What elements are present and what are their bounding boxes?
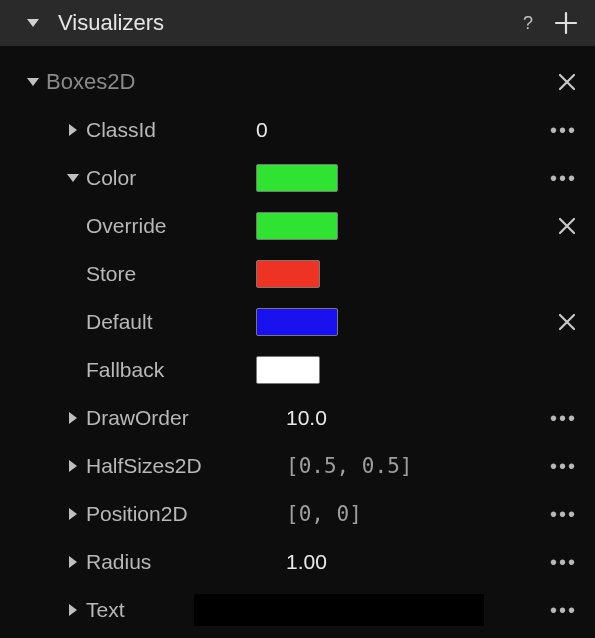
prop-row-color-store: Store: [0, 250, 595, 298]
prop-value-position[interactable]: [0, 0]: [286, 502, 362, 526]
prop-label-classid: ClassId: [86, 118, 156, 142]
more-classid[interactable]: •••: [550, 119, 577, 142]
property-tree: Boxes2D ClassId 0 ••• Color ••• Override: [0, 46, 595, 634]
remove-entity-button[interactable]: [557, 72, 577, 92]
prop-label-radius: Radius: [86, 550, 151, 574]
prop-row-draworder: DrawOrder 10.0 •••: [0, 394, 595, 442]
more-position[interactable]: •••: [550, 503, 577, 526]
prop-label-text: Text: [86, 598, 125, 622]
prop-row-radius: Radius 1.00 •••: [0, 538, 595, 586]
prop-label-store: Store: [86, 262, 136, 286]
prop-label-default: Default: [86, 310, 153, 334]
expand-text-arrow[interactable]: [60, 603, 86, 617]
entity-row-boxes2d: Boxes2D: [0, 58, 595, 106]
expand-halfsizes-arrow[interactable]: [60, 459, 86, 473]
prop-value-halfsizes[interactable]: [0.5, 0.5]: [286, 454, 412, 478]
prop-row-position: Position2D [0, 0] •••: [0, 490, 595, 538]
more-radius[interactable]: •••: [550, 551, 577, 574]
prop-row-classid: ClassId 0 •••: [0, 106, 595, 154]
more-text[interactable]: •••: [550, 599, 577, 622]
fallback-swatch[interactable]: [256, 356, 320, 384]
prop-row-color-fallback: Fallback: [0, 346, 595, 394]
prop-label-position: Position2D: [86, 502, 188, 526]
expand-radius-arrow[interactable]: [60, 555, 86, 569]
prop-row-text: Text •••: [0, 586, 595, 634]
prop-value-radius[interactable]: 1.00: [286, 550, 327, 574]
panel-header: Visualizers ?: [0, 0, 595, 46]
prop-label-fallback: Fallback: [86, 358, 164, 382]
color-swatch[interactable]: [256, 164, 338, 192]
store-swatch[interactable]: [256, 260, 320, 288]
collapse-entity-arrow[interactable]: [20, 77, 46, 87]
prop-label-draworder: DrawOrder: [86, 406, 189, 430]
remove-override-button[interactable]: [557, 216, 577, 236]
override-swatch[interactable]: [256, 212, 338, 240]
collapse-visualizers-arrow[interactable]: [20, 18, 46, 28]
more-halfsizes[interactable]: •••: [550, 455, 577, 478]
prop-value-classid[interactable]: 0: [256, 118, 268, 142]
expand-position-arrow[interactable]: [60, 507, 86, 521]
prop-row-color-override: Override: [0, 202, 595, 250]
prop-row-color-default: Default: [0, 298, 595, 346]
prop-row-halfsizes: HalfSizes2D [0.5, 0.5] •••: [0, 442, 595, 490]
collapse-color-arrow[interactable]: [60, 173, 86, 183]
expand-draworder-arrow[interactable]: [60, 411, 86, 425]
panel-title: Visualizers: [58, 10, 164, 36]
expand-classid-arrow[interactable]: [60, 123, 86, 137]
text-input[interactable]: [194, 594, 484, 626]
add-visualizer-button[interactable]: [553, 10, 579, 36]
remove-default-button[interactable]: [557, 312, 577, 332]
default-swatch[interactable]: [256, 308, 338, 336]
more-draworder[interactable]: •••: [550, 407, 577, 430]
help-button[interactable]: ?: [523, 13, 533, 34]
entity-name[interactable]: Boxes2D: [46, 69, 135, 95]
prop-row-color: Color •••: [0, 154, 595, 202]
prop-label-override: Override: [86, 214, 167, 238]
more-color[interactable]: •••: [550, 167, 577, 190]
prop-label-color: Color: [86, 166, 136, 190]
prop-label-halfsizes: HalfSizes2D: [86, 454, 202, 478]
prop-value-draworder[interactable]: 10.0: [286, 406, 327, 430]
